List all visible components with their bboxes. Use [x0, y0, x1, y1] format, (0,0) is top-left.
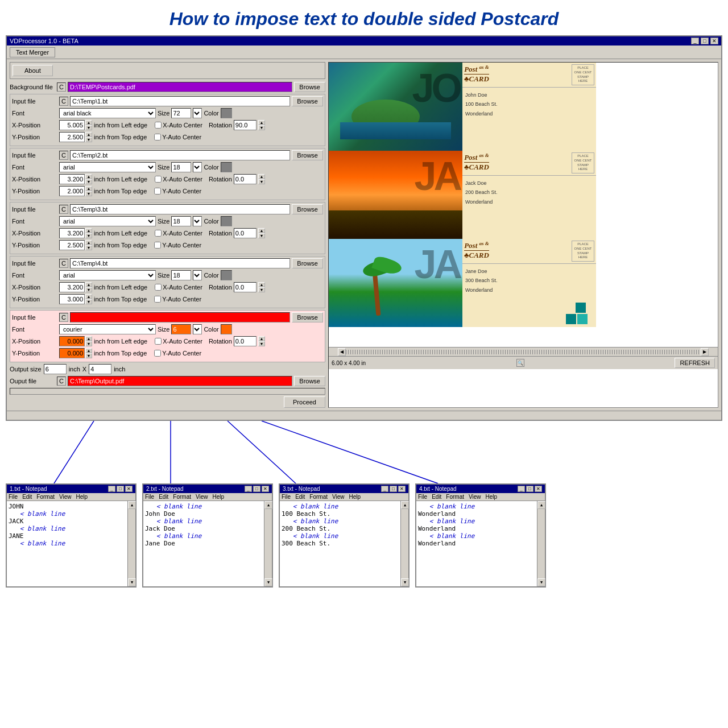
- notepad-1-menu-format[interactable]: Format: [36, 494, 55, 500]
- bg-browse-btn[interactable]: Browse: [294, 82, 325, 92]
- yauto5-checkbox[interactable]: [154, 350, 161, 357]
- notepad-2-close[interactable]: ✕: [262, 486, 269, 492]
- xauto3-checkbox[interactable]: [155, 230, 162, 237]
- refresh-button[interactable]: REFRESH: [675, 358, 715, 368]
- xpos2-up[interactable]: ▲: [85, 174, 92, 179]
- notepad-4-min[interactable]: _: [518, 486, 525, 492]
- notepad-3-menu-help[interactable]: Help: [349, 494, 361, 500]
- font3-select[interactable]: arial: [59, 216, 156, 226]
- notepad-2-scrollbar[interactable]: ▲ ▼: [264, 501, 272, 586]
- output-h-input[interactable]: [89, 364, 111, 374]
- notepad-1-menu-view[interactable]: View: [59, 494, 72, 500]
- rot2-down[interactable]: ▼: [258, 179, 265, 184]
- rot4-up[interactable]: ▲: [258, 282, 265, 287]
- ypos3-input[interactable]: [59, 240, 85, 250]
- rot5-up[interactable]: ▲: [258, 336, 265, 341]
- color1-swatch[interactable]: [221, 108, 232, 118]
- notepad-4-menu-file[interactable]: File: [418, 494, 427, 500]
- preview-scroll-area[interactable]: JO Post as & ♣CARD PLACEONE CENTSTAMPHER…: [329, 63, 718, 347]
- notepad-2-menu-file[interactable]: File: [145, 494, 154, 500]
- input5-browse-btn[interactable]: Browse: [292, 312, 323, 322]
- zoom-icon[interactable]: 🔍: [516, 359, 524, 367]
- rot5-down[interactable]: ▼: [258, 341, 265, 346]
- notepad-2-menu-format[interactable]: Format: [173, 494, 191, 500]
- notepad-3-menu-file[interactable]: File: [282, 494, 291, 500]
- xpos3-up[interactable]: ▲: [85, 228, 92, 233]
- notepad-3-close[interactable]: ✕: [398, 486, 406, 492]
- input-file-3[interactable]: [70, 204, 290, 214]
- xpos1-input[interactable]: [59, 120, 85, 130]
- minimize-btn[interactable]: _: [691, 38, 699, 44]
- ypos1-down[interactable]: ▼: [85, 137, 92, 142]
- input-file-5[interactable]: [70, 312, 290, 322]
- notepad-4-close[interactable]: ✕: [535, 486, 542, 492]
- xauto1-checkbox[interactable]: [155, 122, 162, 129]
- ypos5-down[interactable]: ▼: [85, 353, 92, 358]
- rotation5-input[interactable]: [234, 336, 257, 346]
- font4-select[interactable]: arial: [59, 270, 156, 280]
- rot3-down[interactable]: ▼: [258, 233, 265, 238]
- size3-select[interactable]: [193, 216, 202, 226]
- notepad-3-min[interactable]: _: [381, 486, 388, 492]
- xpos4-input[interactable]: [59, 282, 85, 292]
- ypos1-up[interactable]: ▲: [85, 132, 92, 137]
- output-file-input[interactable]: [68, 376, 292, 386]
- output-w-input[interactable]: [44, 364, 67, 374]
- font5-select[interactable]: courier: [59, 324, 156, 334]
- xauto4-checkbox[interactable]: [155, 284, 162, 291]
- notepad-2-scroll-down[interactable]: ▼: [264, 578, 272, 586]
- notepad-4-menu-help[interactable]: Help: [486, 494, 498, 500]
- notepad-3-menu-edit[interactable]: Edit: [295, 494, 305, 500]
- rot1-down[interactable]: ▼: [258, 125, 265, 130]
- ypos1-input[interactable]: [59, 132, 85, 142]
- notepad-3-scroll-up[interactable]: ▲: [401, 501, 409, 509]
- ypos5-input[interactable]: [59, 348, 85, 358]
- rot3-up[interactable]: ▲: [258, 228, 265, 233]
- xpos2-input[interactable]: [59, 174, 85, 184]
- color3-swatch[interactable]: [221, 216, 232, 226]
- notepad-1-close[interactable]: ✕: [125, 486, 133, 492]
- size4-select[interactable]: [193, 270, 202, 280]
- notepad-3-max[interactable]: □: [390, 486, 397, 492]
- ypos2-up[interactable]: ▲: [85, 186, 92, 191]
- xpos5-up[interactable]: ▲: [85, 336, 92, 341]
- notepad-2-scroll-up[interactable]: ▲: [264, 501, 272, 509]
- notepad-4-menu-view[interactable]: View: [469, 494, 481, 500]
- notepad-4-menu-edit[interactable]: Edit: [432, 494, 441, 500]
- maximize-btn[interactable]: □: [701, 38, 709, 44]
- background-file-input[interactable]: [68, 82, 292, 92]
- notepad-1-scrollbar[interactable]: ▲ ▼: [127, 501, 135, 586]
- xpos5-input[interactable]: [59, 336, 85, 346]
- font1-select[interactable]: arial black: [59, 108, 156, 118]
- size5-select[interactable]: [193, 324, 202, 334]
- ypos4-input[interactable]: [59, 294, 85, 304]
- size2-input[interactable]: [171, 162, 191, 172]
- notepad-2-menu-help[interactable]: Help: [213, 494, 225, 500]
- input-file-2[interactable]: [70, 150, 290, 160]
- notepad-2-max[interactable]: □: [253, 486, 260, 492]
- notepad-4-scroll-up[interactable]: ▲: [537, 501, 545, 509]
- size1-input[interactable]: [171, 108, 191, 118]
- yauto2-checkbox[interactable]: [154, 188, 161, 195]
- notepad-3-menu-view[interactable]: View: [332, 494, 345, 500]
- notepad-1-menu-edit[interactable]: Edit: [22, 494, 32, 500]
- notepad-2-menu-view[interactable]: View: [196, 494, 208, 500]
- xpos1-up[interactable]: ▲: [85, 120, 92, 125]
- xauto5-checkbox[interactable]: [155, 338, 162, 345]
- color2-swatch[interactable]: [221, 162, 232, 172]
- ypos2-input[interactable]: [59, 186, 85, 196]
- input1-browse-btn[interactable]: Browse: [292, 96, 323, 106]
- notepad-1-max[interactable]: □: [117, 486, 124, 492]
- notepad-2-menu-edit[interactable]: Edit: [159, 494, 168, 500]
- notepad-3-menu-format[interactable]: Format: [309, 494, 328, 500]
- rotation3-input[interactable]: [234, 228, 257, 238]
- notepad-3-scroll-down[interactable]: ▼: [401, 578, 409, 586]
- yauto4-checkbox[interactable]: [154, 296, 161, 303]
- rotation1-input[interactable]: [234, 120, 257, 130]
- notepad-2-min[interactable]: _: [245, 486, 252, 492]
- xpos1-down[interactable]: ▼: [85, 125, 92, 130]
- rotation2-input[interactable]: [234, 174, 257, 184]
- xauto2-checkbox[interactable]: [155, 176, 162, 183]
- rot1-up[interactable]: ▲: [258, 120, 265, 125]
- h-scroll-right[interactable]: ▶: [701, 348, 709, 356]
